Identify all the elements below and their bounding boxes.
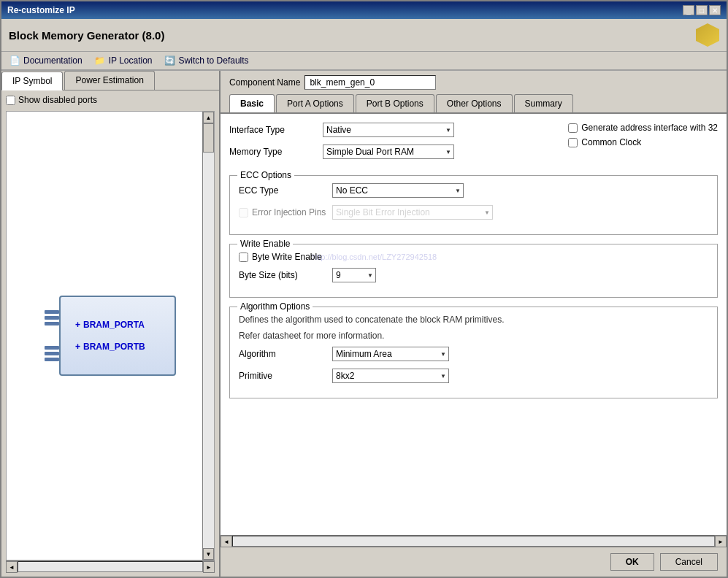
- algorithm-row: Algorithm Minimum Area Low Power Fixed P…: [239, 347, 708, 361]
- algorithm-section-title: Algorithm Options: [237, 301, 313, 312]
- folder-icon: 📁: [94, 55, 106, 66]
- window-title: Re-customize IP: [7, 5, 75, 15]
- action-buttons: OK Cancel: [221, 547, 727, 577]
- generate-address-row: Generate address interface with 32: [568, 123, 718, 133]
- interface-type-select[interactable]: Native AXI4: [323, 123, 454, 137]
- watermark-text: http://blog.csdn.net/LZY272942518: [312, 253, 437, 261]
- byte-size-label: Byte Size (bits): [239, 270, 326, 280]
- h-scroll-track: [18, 561, 203, 572]
- ecc-type-label: ECC Type: [239, 185, 326, 196]
- memory-type-label: Memory Type: [229, 147, 317, 157]
- main-header: Block Memory Generator (8.0): [1, 19, 727, 52]
- byte-size-select[interactable]: 8 9: [332, 268, 376, 282]
- scroll-right-button[interactable]: ►: [203, 561, 215, 573]
- error-injection-checkbox-row: Error Injection Pins: [239, 207, 326, 217]
- tab-summary[interactable]: Summary: [514, 94, 573, 112]
- ip-location-button[interactable]: 📁 IP Location: [94, 55, 153, 66]
- left-panel-content: Show disabled ports ▲ ▼: [1, 90, 219, 577]
- show-disabled-ports-checkbox[interactable]: [6, 96, 15, 105]
- algorithm-description-1: Defines the algorithm used to concatenat…: [239, 315, 708, 325]
- generate-address-label: Generate address interface with 32: [581, 123, 718, 133]
- algorithm-section: Algorithm Options Defines the algorithm …: [229, 307, 718, 398]
- bram-box: + BRAM_PORTA + BRAM_PORTB: [59, 296, 176, 376]
- bottom-scrollbar: ◄ ►: [6, 560, 215, 572]
- plus-icon-a: +: [75, 320, 80, 330]
- ip-symbol-area: ▲ ▼: [6, 111, 215, 560]
- show-disabled-ports-label: Show disabled ports: [18, 95, 97, 105]
- memory-type-select-wrapper: Single Port RAM Simple Dual Port RAM Tru…: [323, 144, 454, 159]
- primitive-select[interactable]: 8kx2 16kx1 32kx1: [332, 369, 449, 383]
- ecc-type-row: ECC Type No ECC Encode Only Decode Only …: [239, 183, 708, 198]
- error-injection-select-wrapper: Single Bit Error Injection Double Bit Er…: [332, 205, 493, 220]
- component-name-bar: Component Name: [221, 71, 727, 94]
- interface-type-row: Interface Type Native AXI4: [229, 123, 539, 137]
- maximize-button[interactable]: □: [696, 5, 708, 15]
- common-clock-label: Common Clock: [581, 137, 641, 147]
- error-injection-label: Error Injection Pins: [252, 207, 326, 217]
- ecc-section-title: ECC Options: [237, 170, 294, 180]
- bram-portb: + BRAM_PORTB: [75, 342, 175, 352]
- write-enable-section-title: Write Enable: [237, 239, 293, 249]
- tab-power-estimation[interactable]: Power Estimation: [64, 71, 154, 90]
- primitive-select-wrapper: 8kx2 16kx1 32kx1: [332, 369, 449, 383]
- right-panel: Component Name Basic Port A Options Port…: [221, 71, 727, 577]
- content-area: IP Symbol Power Estimation Show disabled…: [1, 71, 727, 577]
- component-name-input[interactable]: [304, 75, 436, 90]
- tab-port-b-options[interactable]: Port B Options: [356, 94, 434, 112]
- bram-porta: + BRAM_PORTA: [75, 320, 175, 330]
- byte-write-enable-checkbox[interactable]: [239, 253, 248, 262]
- primitive-row: Primitive 8kx2 16kx1 32kx1: [239, 369, 708, 383]
- ecc-section: ECC Options ECC Type No ECC Encode Only …: [229, 175, 718, 235]
- documentation-label: Documentation: [23, 55, 83, 66]
- cancel-button[interactable]: Cancel: [660, 553, 718, 571]
- memory-type-select[interactable]: Single Port RAM Simple Dual Port RAM Tru…: [323, 144, 454, 159]
- primitive-label: Primitive: [239, 371, 326, 381]
- config-scroll-right[interactable]: ►: [715, 536, 727, 547]
- interface-type-label: Interface Type: [229, 125, 317, 135]
- byte-size-select-wrapper: 8 9: [332, 268, 376, 282]
- byte-write-enable-row: Byte Write Enable http://blog.csdn.net/L…: [239, 252, 708, 262]
- switch-defaults-label: Switch to Defaults: [179, 55, 249, 66]
- ecc-type-select-wrapper: No ECC Encode Only Decode Only Both Enco…: [332, 183, 464, 198]
- memory-type-row: Memory Type Single Port RAM Simple Dual …: [229, 144, 539, 159]
- show-disabled-row: Show disabled ports: [6, 95, 215, 105]
- byte-size-row: Byte Size (bits) 8 9: [239, 268, 708, 282]
- minimize-button[interactable]: _: [683, 5, 694, 15]
- toolbar: 📄 Documentation 📁 IP Location 🔄 Switch t…: [1, 52, 727, 71]
- error-injection-row: Error Injection Pins Single Bit Error In…: [239, 205, 708, 220]
- refresh-icon: 🔄: [164, 55, 176, 66]
- tab-port-a-options[interactable]: Port A Options: [276, 94, 354, 112]
- bram-diagram: + BRAM_PORTA + BRAM_PORTB: [7, 112, 214, 560]
- error-injection-checkbox[interactable]: [239, 208, 248, 217]
- scroll-left-button[interactable]: ◄: [6, 561, 18, 573]
- ok-button[interactable]: OK: [610, 553, 654, 571]
- close-button[interactable]: ✕: [709, 5, 721, 15]
- window-controls: _ □ ✕: [683, 5, 721, 15]
- algorithm-select-wrapper: Minimum Area Low Power Fixed Primitives: [332, 347, 449, 361]
- config-h-track: [232, 536, 715, 547]
- tab-basic[interactable]: Basic: [229, 94, 275, 112]
- logo-icon: [696, 23, 719, 47]
- left-tab-bar: IP Symbol Power Estimation: [1, 71, 219, 90]
- generate-address-checkbox[interactable]: [568, 123, 578, 133]
- algorithm-description-2: Refer datasheet for more information.: [239, 331, 708, 341]
- tab-other-options[interactable]: Other Options: [436, 94, 513, 112]
- interface-type-select-wrapper: Native AXI4: [323, 123, 454, 137]
- write-enable-section: Write Enable Byte Write Enable http://bl…: [229, 244, 718, 298]
- config-bottom-scrollbar: ◄ ►: [221, 535, 727, 547]
- tab-ip-symbol[interactable]: IP Symbol: [1, 72, 63, 90]
- common-clock-checkbox[interactable]: [568, 138, 578, 147]
- documentation-button[interactable]: 📄 Documentation: [9, 55, 83, 66]
- documentation-icon: 📄: [9, 55, 20, 66]
- common-clock-row: Common Clock: [568, 137, 718, 147]
- error-injection-select[interactable]: Single Bit Error Injection Double Bit Er…: [332, 205, 493, 220]
- config-scroll-left[interactable]: ◄: [221, 536, 232, 547]
- switch-defaults-button[interactable]: 🔄 Switch to Defaults: [164, 55, 249, 66]
- title-bar: Re-customize IP _ □ ✕: [1, 1, 727, 19]
- right-tab-bar: Basic Port A Options Port B Options Othe…: [221, 94, 727, 114]
- ecc-type-select[interactable]: No ECC Encode Only Decode Only Both Enco…: [332, 183, 464, 198]
- right-options: Generate address interface with 32 Commo…: [568, 123, 718, 147]
- algorithm-select[interactable]: Minimum Area Low Power Fixed Primitives: [332, 347, 449, 361]
- plus-icon-b: +: [75, 342, 80, 352]
- app-title: Block Memory Generator (8.0): [9, 29, 164, 42]
